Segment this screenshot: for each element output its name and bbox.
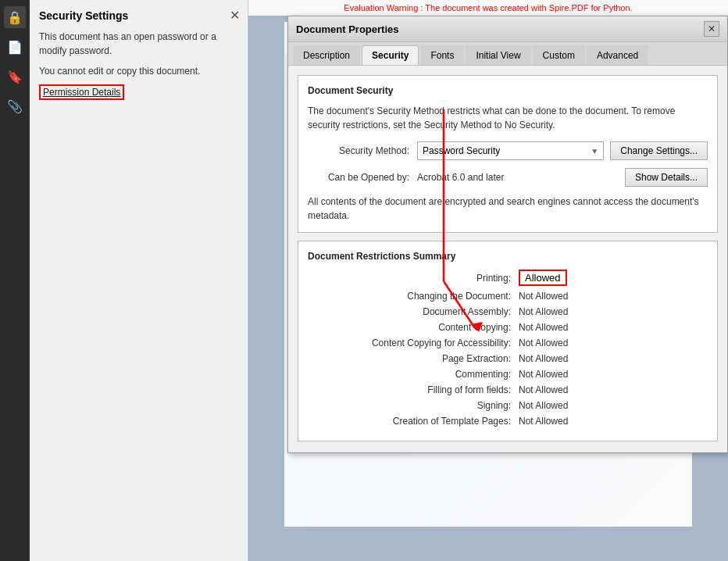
dialog-overlay: Document Properties ✕ Description Securi… (248, 0, 728, 561)
sidebar-paperclip-icon[interactable]: 📎 (4, 95, 26, 117)
printing-value-text: Allowed (525, 272, 561, 284)
security-panel-text2: You cannot edit or copy this document. (39, 64, 238, 78)
restriction-value-signing: Not Allowed (519, 400, 568, 411)
restriction-label-changing: Changing the Document: (308, 291, 511, 302)
document-security-title: Document Security (308, 85, 708, 96)
restriction-row-changing: Changing the Document: Not Allowed (308, 291, 708, 302)
restriction-value-assembly: Not Allowed (519, 306, 568, 317)
restriction-label-content-copying: Content Copying: (308, 322, 511, 333)
security-method-row: Security Method: Password Security ▼ Cha… (308, 141, 708, 160)
encryption-note: All contents of the document are encrypt… (308, 195, 708, 223)
restriction-value-content-accessibility: Not Allowed (519, 338, 568, 348)
permission-details-link[interactable]: Permission Details (39, 84, 124, 100)
sidebar-lock-icon[interactable]: 🔒 (4, 6, 26, 28)
security-panel: Security Settings ✕ This document has an… (30, 0, 248, 561)
tab-advanced[interactable]: Advanced (587, 45, 648, 65)
document-security-description: The document's Security Method restricts… (308, 104, 708, 132)
restriction-value-template-pages: Not Allowed (519, 416, 568, 427)
restriction-row-template-pages: Creation of Template Pages: Not Allowed (308, 416, 708, 427)
restriction-value-changing: Not Allowed (519, 291, 568, 302)
restriction-label-template-pages: Creation of Template Pages: (308, 416, 511, 427)
restriction-label-form-fields: Filling of form fields: (308, 384, 511, 395)
dialog-tabs: Description Security Fonts Initial View … (288, 42, 727, 66)
restriction-label-commenting: Commenting: (308, 369, 511, 380)
restriction-row-content-accessibility: Content Copying for Accessibility: Not A… (308, 338, 708, 348)
tab-security[interactable]: Security (362, 45, 419, 65)
document-security-section: Document Security The document's Securit… (298, 75, 718, 233)
can-be-opened-row: Can be Opened by: Acrobat 6.0 and later … (308, 168, 708, 187)
sidebar: 🔒 📄 🔖 📎 (0, 0, 30, 561)
restriction-row-printing: Printing: Allowed (308, 270, 708, 286)
restriction-value-page-extraction: Not Allowed (519, 353, 568, 364)
sidebar-bookmark-icon[interactable]: 🔖 (4, 66, 26, 88)
security-method-value: Password Security (423, 145, 500, 156)
main-area: Security Settings ✕ This document has an… (30, 0, 728, 561)
restriction-label-assembly: Document Assembly: (308, 306, 511, 317)
show-details-button[interactable]: Show Details... (625, 168, 708, 187)
restriction-value-commenting: Not Allowed (519, 369, 568, 380)
restrictions-title: Document Restrictions Summary (308, 251, 708, 262)
can-be-opened-label: Can be Opened by: (308, 172, 409, 183)
dialog-close-button[interactable]: ✕ (704, 21, 719, 37)
restriction-row-content-copying: Content Copying: Not Allowed (308, 322, 708, 333)
tab-initial-view[interactable]: Initial View (466, 45, 530, 65)
restriction-label-page-extraction: Page Extraction: (308, 353, 511, 364)
security-method-label: Security Method: (308, 145, 409, 156)
change-settings-button[interactable]: Change Settings... (610, 141, 708, 160)
security-panel-title: Security Settings (39, 9, 238, 22)
restriction-value-form-fields: Not Allowed (519, 384, 568, 395)
restriction-label-printing: Printing: (308, 273, 511, 284)
sidebar-file-icon[interactable]: 📄 (4, 36, 26, 58)
restrictions-section: Document Restrictions Summary Printing: … (298, 241, 718, 441)
tab-fonts[interactable]: Fonts (420, 45, 464, 65)
security-panel-text1: This document has an open password or a … (39, 30, 238, 58)
restriction-label-content-accessibility: Content Copying for Accessibility: (308, 338, 511, 348)
security-method-select[interactable]: Password Security ▼ (417, 141, 604, 160)
restriction-row-page-extraction: Page Extraction: Not Allowed (308, 353, 708, 364)
pdf-viewer: Evaluation Warning : The document was cr… (248, 0, 728, 561)
document-properties-dialog: Document Properties ✕ Description Securi… (287, 16, 728, 453)
dialog-title: Document Properties (296, 23, 398, 35)
dialog-content: Document Security The document's Securit… (288, 66, 727, 451)
security-panel-close-button[interactable]: ✕ (230, 8, 240, 23)
tab-description[interactable]: Description (293, 45, 360, 65)
restriction-value-printing: Allowed (519, 270, 567, 286)
restriction-row-signing: Signing: Not Allowed (308, 400, 708, 411)
restriction-row-assembly: Document Assembly: Not Allowed (308, 306, 708, 317)
restriction-label-signing: Signing: (308, 400, 511, 411)
restriction-value-content-copying: Not Allowed (519, 322, 568, 333)
can-be-opened-value: Acrobat 6.0 and later (417, 172, 504, 183)
dialog-titlebar: Document Properties ✕ (288, 16, 727, 42)
select-arrow-icon: ▼ (591, 147, 598, 155)
tab-custom[interactable]: Custom (533, 45, 585, 65)
restriction-row-form-fields: Filling of form fields: Not Allowed (308, 384, 708, 395)
restriction-row-commenting: Commenting: Not Allowed (308, 369, 708, 380)
